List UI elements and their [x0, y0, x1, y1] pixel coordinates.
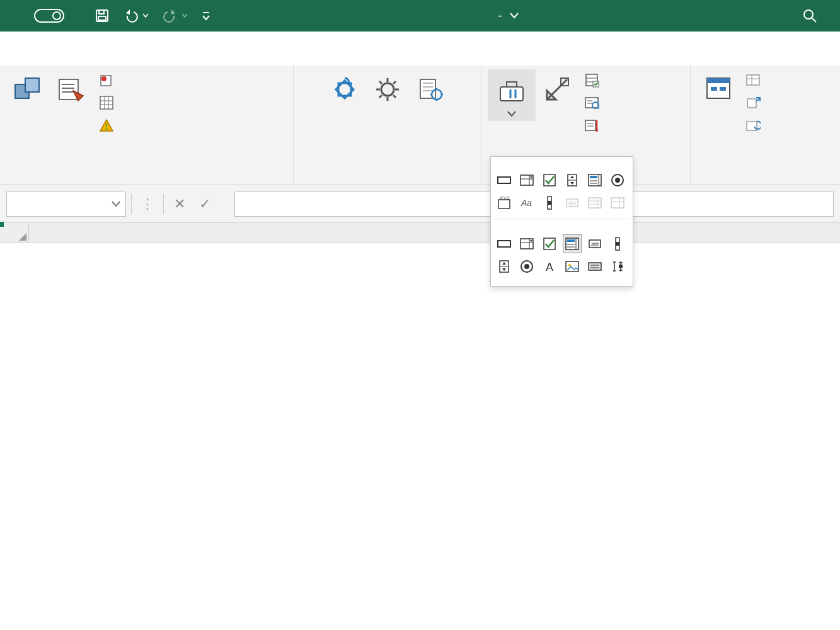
svg-point-58: [595, 129, 598, 132]
source-button[interactable]: [697, 69, 740, 112]
ribbon-tabs: [0, 32, 840, 66]
com-addins-button[interactable]: [409, 69, 452, 112]
use-relative-refs-button[interactable]: [98, 94, 121, 111]
save-button[interactable]: [95, 8, 110, 23]
gear-icon: [370, 72, 405, 107]
activex-spinbutton-icon[interactable]: [495, 257, 514, 276]
activex-togglebutton-icon[interactable]: [585, 257, 604, 276]
formula-bar: ⋮ ✕ ✓: [0, 185, 840, 223]
expansion-packs-button[interactable]: [745, 94, 768, 111]
activex-scrollbar-icon[interactable]: [608, 234, 627, 253]
svg-point-114: [524, 264, 529, 269]
search-icon: [802, 8, 817, 23]
refresh-data-button[interactable]: [745, 117, 768, 134]
macro-security-button[interactable]: [98, 117, 121, 134]
addins-button[interactable]: [323, 69, 366, 112]
activex-more-controls-icon[interactable]: [608, 257, 627, 276]
document-title: -: [210, 9, 802, 23]
svg-point-4: [804, 10, 813, 19]
macros-button[interactable]: [49, 69, 92, 112]
view-code-icon: [584, 94, 600, 111]
enter-formula-button: ✓: [199, 196, 210, 212]
svg-rect-2: [98, 16, 106, 20]
map-properties-button[interactable]: [745, 72, 768, 88]
form-spinbutton-icon[interactable]: [563, 171, 582, 190]
activex-combobox-icon[interactable]: [517, 234, 536, 253]
form-controls-header: [491, 157, 633, 171]
chevron-down-icon[interactable]: [510, 13, 519, 19]
doc-title-sep: -: [498, 9, 502, 23]
svg-line-28: [393, 95, 396, 98]
spreadsheet-grid[interactable]: [0, 223, 840, 243]
svg-text:A: A: [546, 261, 553, 273]
activex-listbox-icon[interactable]: [563, 234, 582, 253]
activex-checkbox-icon[interactable]: [540, 234, 559, 253]
refresh-icon: [745, 117, 761, 134]
properties-button[interactable]: [584, 72, 606, 88]
undo-button[interactable]: [124, 8, 149, 23]
ribbon: [0, 66, 840, 185]
addins-icon: [327, 72, 362, 107]
run-dialog-button[interactable]: [584, 117, 606, 134]
insert-controls-button[interactable]: [488, 69, 536, 121]
activex-textbox-icon[interactable]: abl: [585, 234, 604, 253]
form-combobox-icon[interactable]: [517, 171, 536, 190]
svg-point-13: [101, 76, 106, 81]
svg-rect-8: [59, 79, 78, 100]
record-macro-button[interactable]: [98, 72, 121, 88]
svg-rect-54: [585, 120, 595, 130]
toolbox-icon: [494, 73, 529, 108]
activex-commandbutton-icon[interactable]: [495, 234, 514, 253]
expansion-icon: [745, 94, 761, 111]
autosave-toggle[interactable]: [29, 9, 69, 23]
com-addins-icon: [413, 72, 448, 107]
svg-point-82: [615, 178, 620, 183]
select-all-corner[interactable]: [0, 223, 28, 243]
activex-image-icon[interactable]: [563, 257, 582, 276]
form-combo-dropdown-icon: [608, 193, 627, 212]
form-label-icon[interactable]: Aa: [517, 193, 536, 212]
grid-icon: [98, 94, 115, 111]
form-optionbutton-icon[interactable]: [608, 171, 627, 190]
form-scrollbar-icon[interactable]: [540, 193, 559, 212]
activex-controls-header: [491, 220, 633, 234]
svg-rect-94: [611, 198, 624, 208]
visual-basic-icon: [10, 72, 45, 107]
redo-button[interactable]: [163, 8, 188, 23]
view-code-button[interactable]: [584, 94, 606, 111]
group-addins: [294, 66, 481, 185]
svg-line-53: [597, 107, 599, 109]
excel-addins-button[interactable]: [366, 69, 409, 112]
warning-icon: [98, 117, 115, 134]
form-combo-list-icon: [585, 193, 604, 212]
name-box[interactable]: [6, 192, 126, 217]
svg-rect-62: [720, 87, 726, 91]
svg-point-20: [106, 129, 108, 130]
svg-rect-68: [747, 122, 757, 130]
search-button[interactable]: [802, 8, 817, 23]
properties-icon: [584, 72, 600, 88]
design-mode-button[interactable]: [536, 69, 578, 112]
map-properties-icon: [745, 72, 761, 88]
activex-label-icon[interactable]: A: [540, 257, 559, 276]
svg-rect-31: [420, 79, 435, 98]
chevron-down-icon[interactable]: [112, 201, 120, 207]
insert-controls-dropdown: XYZ Aa abl abl A: [490, 156, 633, 287]
source-icon: [701, 72, 736, 107]
svg-rect-63: [747, 75, 759, 85]
form-groupbox-icon[interactable]: XYZ: [495, 193, 514, 212]
svg-line-5: [812, 18, 816, 22]
form-button-icon[interactable]: [495, 171, 514, 190]
form-checkbox-icon[interactable]: [540, 171, 559, 190]
svg-rect-77: [590, 176, 597, 178]
svg-point-117: [568, 264, 571, 266]
customize-qat-button[interactable]: [202, 11, 210, 21]
group-xml: [691, 66, 840, 185]
activex-optionbutton-icon[interactable]: [517, 257, 536, 276]
svg-rect-60: [707, 78, 730, 83]
svg-rect-103: [567, 239, 575, 242]
visual-basic-button[interactable]: [6, 69, 49, 112]
form-listbox-icon[interactable]: [585, 171, 604, 190]
svg-point-22: [381, 83, 394, 96]
more-icon[interactable]: ⋮: [137, 196, 158, 212]
